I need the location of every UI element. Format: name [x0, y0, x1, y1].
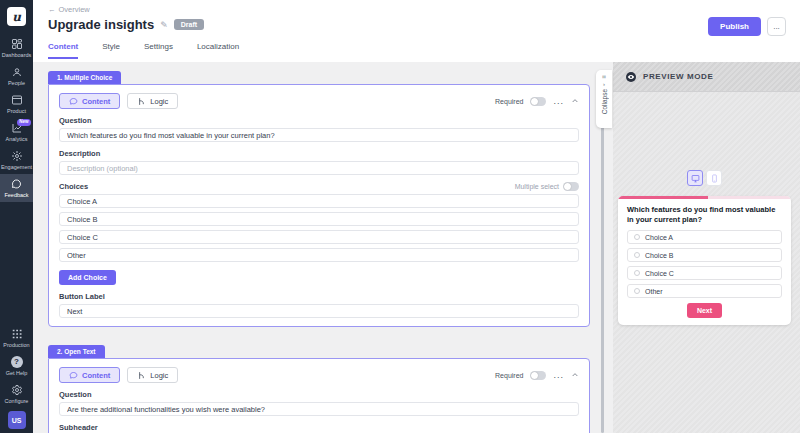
tab-settings[interactable]: Settings: [144, 42, 173, 59]
feedback-icon: [11, 178, 23, 190]
choice-input-1[interactable]: [59, 194, 579, 208]
title-row: Upgrade insights ✎ Draft: [48, 17, 204, 32]
page-title: Upgrade insights: [48, 17, 154, 32]
button-label-input[interactable]: [59, 304, 579, 318]
sidebar-item-label: Configure: [5, 398, 29, 404]
content-tab-button[interactable]: Content: [59, 93, 120, 109]
radio-icon: [634, 288, 640, 294]
sidebar-item-people[interactable]: People: [0, 62, 33, 90]
desktop-icon: [691, 174, 700, 183]
new-badge: New: [17, 119, 31, 126]
sidebar-item-analytics[interactable]: New Analytics: [0, 118, 33, 146]
card-1-header: Content Logic Required ...: [59, 93, 579, 109]
card-2-header: Content Logic Required ...: [59, 367, 579, 383]
production-icon: [11, 328, 23, 340]
choice-label: Choice C: [645, 270, 674, 277]
edit-title-icon[interactable]: ✎: [160, 20, 168, 30]
chevron-right-icon: ›: [603, 81, 605, 87]
desktop-preview-button[interactable]: [687, 170, 703, 186]
sidebar-item-dashboards[interactable]: Dashboards: [0, 34, 33, 62]
logic-tab-label: Logic: [150, 97, 168, 106]
engagement-icon: [11, 150, 23, 162]
sidebar-item-label: Production: [3, 342, 29, 348]
user-avatar[interactable]: US: [8, 411, 26, 429]
card-1-controls: Required ...: [495, 97, 579, 106]
preview-card-body: Which features do you find most valuable…: [618, 199, 791, 325]
choices-header: Choices Multiple select: [59, 182, 579, 191]
choice-label: Other: [645, 288, 663, 295]
publish-button[interactable]: Publish: [708, 17, 761, 36]
survey-preview-card: Which features do you find most valuable…: [618, 196, 791, 325]
sidebar-item-label: Product: [7, 108, 26, 114]
content-tab-label: Content: [82, 97, 110, 106]
description-input[interactable]: [59, 161, 579, 175]
question-tab-1[interactable]: 1. Multiple Choice: [48, 71, 121, 84]
sidebar-item-product[interactable]: Product: [0, 90, 33, 118]
tab-localization[interactable]: Localization: [197, 42, 239, 59]
sidebar-item-label: Feedback: [4, 192, 28, 198]
preview-panel: PREVIEW MODE Which features do you find …: [613, 62, 800, 433]
card-more-icon[interactable]: ...: [553, 99, 564, 104]
back-arrow-icon: ←: [48, 5, 56, 14]
tab-style[interactable]: Style: [102, 42, 120, 59]
back-link-label: Overview: [59, 5, 90, 14]
speech-bubble-icon: [69, 371, 78, 380]
description-label: Description: [59, 149, 579, 158]
logic-branch-icon: [137, 371, 146, 380]
question-input[interactable]: [59, 402, 579, 416]
sidebar-item-label: Dashboards: [2, 52, 32, 58]
question-label: Question: [59, 390, 579, 399]
preview-choice-3[interactable]: Choice C: [627, 266, 782, 280]
preview-next-button[interactable]: Next: [687, 303, 722, 318]
choice-input-2[interactable]: [59, 212, 579, 226]
collapse-preview-tab[interactable]: ≡ › Collapse: [596, 70, 612, 128]
topbar-actions: Publish ...: [708, 17, 786, 36]
choice-label: Choice B: [645, 252, 673, 259]
question-block-1: 1. Multiple Choice Content Logic Require…: [48, 66, 613, 327]
sidebar-item-get-help[interactable]: ? Get Help: [0, 352, 33, 380]
radio-icon: [634, 270, 640, 276]
question-tab-2[interactable]: 2. Open Text: [48, 345, 105, 358]
add-choice-button[interactable]: Add Choice: [59, 270, 116, 285]
userpilot-logo[interactable]: u: [7, 7, 26, 26]
sidebar-item-configure[interactable]: Configure: [0, 380, 33, 408]
sidebar-item-engagement[interactable]: Engagement: [0, 146, 33, 174]
collapse-card-icon[interactable]: [571, 97, 579, 105]
subheader-label: Subheader: [59, 423, 579, 432]
choice-input-3[interactable]: [59, 230, 579, 244]
preview-choice-1[interactable]: Choice A: [627, 230, 782, 244]
question-card-2: Content Logic Required ... Question: [48, 358, 590, 433]
preview-choice-4[interactable]: Other: [627, 284, 782, 298]
collapse-card-icon[interactable]: [571, 371, 579, 379]
sidebar-item-feedback[interactable]: Feedback: [0, 174, 33, 202]
sidebar-item-production[interactable]: Production: [0, 324, 33, 352]
logic-tab-button[interactable]: Logic: [127, 367, 178, 383]
choice-label: Choice A: [645, 234, 673, 241]
sidebar-item-label: Get Help: [6, 370, 28, 376]
product-icon: [11, 94, 23, 106]
sidebar-item-label: People: [8, 80, 25, 86]
radio-icon: [634, 234, 640, 240]
sidebar: u Dashboards People Product New Analytic…: [0, 0, 33, 433]
logic-tab-button[interactable]: Logic: [127, 93, 178, 109]
survey-editor-panel: 1. Multiple Choice Content Logic Require…: [33, 62, 613, 433]
dashboards-icon: [11, 38, 23, 50]
mobile-preview-button[interactable]: [706, 170, 722, 186]
more-options-button[interactable]: ...: [767, 17, 786, 36]
content-tab-button[interactable]: Content: [59, 367, 120, 383]
multiple-select-toggle[interactable]: [563, 182, 579, 191]
preview-choice-2[interactable]: Choice B: [627, 248, 782, 262]
question-input[interactable]: [59, 128, 579, 142]
card-more-icon[interactable]: ...: [553, 373, 564, 378]
tab-content[interactable]: Content: [48, 42, 78, 59]
back-to-overview-link[interactable]: ← Overview: [48, 5, 90, 14]
app-window: u Dashboards People Product New Analytic…: [0, 0, 800, 433]
radio-icon: [634, 252, 640, 258]
status-badge: Draft: [174, 19, 204, 30]
sidebar-item-label: Analytics: [5, 136, 27, 142]
required-toggle[interactable]: [530, 97, 546, 106]
choice-input-4[interactable]: [59, 248, 579, 262]
required-toggle[interactable]: [530, 371, 546, 380]
preview-mode-banner: PREVIEW MODE: [613, 62, 800, 92]
multiple-select-control: Multiple select: [515, 182, 579, 191]
